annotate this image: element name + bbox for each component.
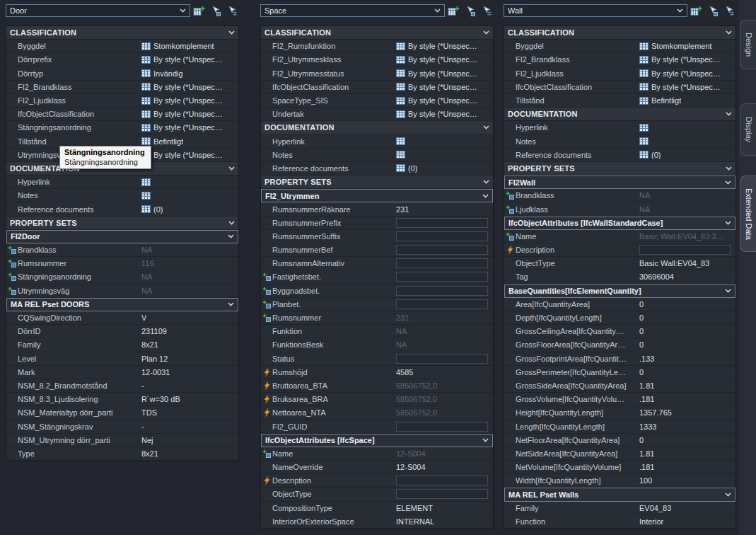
property-value[interactable] — [396, 258, 493, 268]
select-objects-button[interactable] — [224, 4, 239, 17]
property-value[interactable]: - — [141, 422, 238, 431]
property-value[interactable]: NA — [141, 272, 238, 281]
object-type-dropdown[interactable]: Wall — [504, 4, 687, 17]
tab-display[interactable]: Display — [740, 103, 756, 156]
property-value[interactable] — [396, 476, 493, 485]
property-value[interactable]: NA — [141, 287, 238, 295]
property-value[interactable]: 231 — [396, 313, 493, 322]
quick-select-button[interactable] — [705, 4, 720, 17]
property-value[interactable]: 0 — [639, 313, 735, 322]
property-value[interactable]: ELEMENT — [396, 504, 493, 512]
property-value[interactable] — [396, 272, 493, 282]
property-value[interactable]: By style (*Unspec… — [141, 96, 238, 105]
property-value[interactable]: Befintligt — [141, 137, 238, 146]
value-field[interactable] — [396, 422, 488, 432]
add-property-sets-button[interactable] — [192, 4, 207, 17]
section-header-fi2door[interactable]: FI2Door — [6, 230, 238, 243]
property-value[interactable]: Befintligt — [639, 96, 735, 105]
property-value[interactable] — [396, 422, 493, 432]
property-value[interactable]: 58506752,0 — [396, 381, 493, 390]
property-value[interactable]: Nej — [141, 436, 238, 444]
value-field[interactable] — [396, 258, 488, 268]
property-value[interactable]: 1333 — [639, 422, 735, 431]
value-field[interactable] — [396, 489, 488, 499]
property-value[interactable]: 12-0031 — [141, 368, 238, 376]
property-value[interactable]: 58506752,0 — [396, 408, 493, 417]
property-value[interactable]: 0 — [639, 327, 735, 335]
property-value[interactable]: 1357.765 — [639, 408, 735, 417]
quick-select-button[interactable] — [463, 4, 477, 17]
section-header-documentation[interactable]: DOCUMENTATION — [504, 108, 735, 121]
property-value[interactable]: 100 — [639, 476, 735, 485]
value-field[interactable] — [639, 245, 731, 255]
property-value[interactable]: Invändig — [141, 69, 238, 78]
property-value[interactable]: Plan 12 — [141, 355, 238, 363]
section-header-property-sets[interactable]: PROPERTY SETS — [504, 162, 735, 176]
property-value[interactable]: 116 — [141, 259, 238, 268]
property-value[interactable]: By style (*Unspec… — [396, 55, 493, 64]
property-value[interactable]: .181 — [639, 395, 735, 403]
section-header-ifcobjectattributes-ifcspace[interactable]: IfcObjectAttributes [IfcSpace] — [261, 434, 493, 447]
property-value[interactable]: 231 — [396, 205, 493, 214]
tab-extended-data[interactable]: Extended Data — [740, 176, 756, 252]
property-value[interactable]: By style (*Unspec… — [396, 110, 493, 118]
property-value[interactable]: NA — [396, 327, 493, 335]
property-value[interactable]: (0) — [141, 205, 238, 214]
property-value[interactable]: NA — [396, 340, 493, 349]
property-value[interactable]: By style (*Unspec… — [141, 83, 238, 91]
property-value[interactable] — [396, 151, 493, 159]
property-value[interactable]: 0 — [639, 340, 735, 349]
property-value[interactable]: NA — [639, 205, 735, 214]
value-field[interactable] — [396, 299, 488, 309]
property-value[interactable]: (0) — [396, 164, 493, 173]
property-value[interactable]: 0 — [639, 300, 735, 309]
property-value[interactable]: NA — [639, 191, 735, 200]
tab-design[interactable]: Design — [740, 20, 756, 69]
value-field[interactable] — [396, 476, 488, 485]
property-value[interactable]: 12-S004 — [396, 449, 493, 458]
property-value[interactable]: Stomkomplement — [141, 42, 238, 50]
property-value[interactable] — [141, 192, 238, 200]
property-value[interactable] — [639, 137, 735, 145]
property-value[interactable]: By style (*Unspec… — [396, 83, 493, 91]
value-field[interactable] — [396, 245, 488, 255]
property-value[interactable]: NA — [141, 246, 238, 254]
property-value[interactable]: 231109 — [141, 327, 238, 335]
property-value[interactable]: (0) — [639, 151, 735, 159]
property-value[interactable] — [141, 178, 238, 186]
value-field[interactable] — [396, 218, 488, 228]
property-value[interactable]: 4585 — [396, 368, 493, 376]
property-value[interactable] — [396, 286, 493, 296]
property-value[interactable] — [396, 231, 493, 241]
object-type-dropdown[interactable]: Space — [260, 4, 445, 17]
quick-select-button[interactable] — [208, 4, 223, 17]
select-objects-button[interactable] — [721, 4, 736, 17]
property-value[interactable]: By style (*Unspec… — [639, 83, 735, 91]
property-value[interactable]: R´w=30 dB — [141, 395, 238, 403]
section-header-basequantities-ifcelementquantity[interactable]: BaseQuantities[IfcElementQuantity] — [504, 284, 735, 298]
property-value[interactable]: EV04_83 — [639, 504, 735, 512]
object-type-dropdown[interactable]: Door — [6, 4, 190, 17]
property-value[interactable]: 1.81 — [639, 381, 735, 390]
property-value[interactable]: - — [141, 381, 238, 390]
property-value[interactable] — [396, 489, 493, 499]
property-value[interactable]: By style (*Unspec… — [396, 42, 493, 50]
section-header-property-sets[interactable]: PROPERTY SETS — [6, 217, 238, 230]
property-value[interactable]: TDS — [141, 408, 238, 417]
section-header-property-sets[interactable]: PROPERTY SETS — [261, 176, 493, 189]
property-value[interactable]: .181 — [639, 463, 735, 471]
property-value[interactable]: By style (*Unspec… — [396, 69, 493, 78]
value-field[interactable] — [396, 286, 488, 296]
section-header-classification[interactable]: CLASSIFICATION — [504, 26, 735, 40]
property-value[interactable]: By style (*Unspec… — [141, 123, 238, 132]
section-header-classification[interactable]: CLASSIFICATION — [261, 26, 493, 40]
value-field[interactable] — [396, 354, 488, 364]
property-value[interactable]: INTERNAL — [396, 517, 493, 526]
property-value[interactable] — [396, 299, 493, 309]
section-header-ma-rel-pset-doors[interactable]: MA REL Pset DOORS — [6, 298, 238, 311]
property-value[interactable]: 8x21 — [141, 340, 238, 349]
add-property-sets-button[interactable] — [689, 4, 704, 17]
section-header-classification[interactable]: CLASSIFICATION — [6, 26, 238, 40]
property-value[interactable]: V — [141, 313, 238, 322]
property-value[interactable]: By style (*Unspec… — [639, 69, 735, 78]
